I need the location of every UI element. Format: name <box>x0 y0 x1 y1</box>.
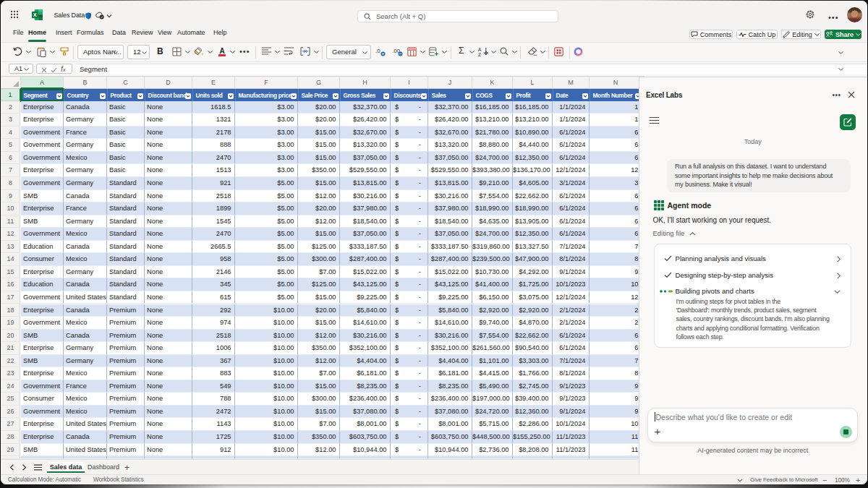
svg-text:X: X <box>33 12 37 18</box>
svg-text:.0: .0 <box>375 48 380 54</box>
svg-text:Z: Z <box>478 52 481 56</box>
svg-text:A: A <box>219 47 224 55</box>
svg-text:A: A <box>478 47 482 52</box>
